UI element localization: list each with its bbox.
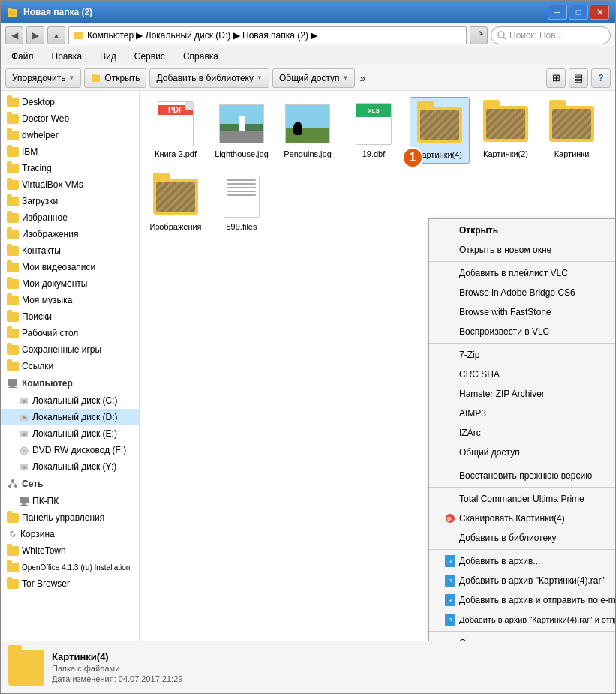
maximize-button[interactable]: □ (569, 5, 588, 20)
sidebar-item-openoffice[interactable]: OpenOffice 4.1.3 (ru) Installation (1, 559, 139, 575)
dbf-green: XLS (356, 104, 391, 117)
sidebar-item-virtualbox[interactable]: VirtualBox VMs (1, 176, 139, 193)
sidebar-section-computer[interactable]: Компьютер (1, 374, 139, 392)
sidebar-item-c[interactable]: Локальный диск (C:) (1, 392, 139, 409)
open-ctx-icon (444, 224, 456, 236)
sidebar-section-network[interactable]: Сеть (1, 475, 139, 493)
ctx-item-vlc-label: Добавить в плейлист VLC (459, 268, 568, 278)
sidebar-item-tracing[interactable]: Tracing (1, 160, 139, 176)
ctx-item-addarchive2[interactable]: R Добавить в архив "Картинки(4).rar" (429, 571, 615, 590)
ctx-item-play-vlc[interactable]: Воспроизвести в VLC (429, 322, 615, 341)
sidebar-item-recycle[interactable]: Корзина (1, 526, 139, 542)
ctx-item-7zip[interactable]: 7-Zip ▶ (429, 345, 615, 365)
ctx-item-share[interactable]: Общий доступ ▶ (429, 443, 615, 462)
sidebar-item-links[interactable]: Ссылки (1, 358, 139, 374)
ctx-item-addarchiveemail2[interactable]: R Добавить в архив "Картинки(4).rar" и о… (429, 610, 615, 629)
sidebar-item-pc[interactable]: ПК-ПК (1, 493, 139, 509)
svg-line-27 (13, 482, 16, 485)
ctx-item-izarc[interactable]: IZArc ▶ (429, 423, 615, 443)
organize-button[interactable]: Упорядочить ▼ (5, 68, 81, 88)
sidebar-item-desktop2[interactable]: Рабочий стол (1, 325, 139, 341)
up-button[interactable]: ▲ (47, 26, 65, 44)
ctx-item-crc[interactable]: CRC SHA ▶ (429, 365, 615, 384)
ctx-item-drweb-scan[interactable]: Dr Сканировать Картинки(4) (429, 509, 615, 528)
sidebar-item-d[interactable]: Локальный диск (D:) (1, 409, 139, 425)
minimize-button[interactable]: ─ (548, 5, 567, 20)
ctx-item-play-vlc-left: Воспроизвести в VLC (444, 326, 549, 338)
sidebar-item-downloads[interactable]: Загрузки (1, 193, 139, 209)
forward-button[interactable]: ▶ (26, 26, 44, 44)
sidebar-item-drweb[interactable]: Doctor Web (1, 110, 139, 127)
sidebar-item-images[interactable]: Изображения (1, 226, 139, 242)
file-item-kartinki[interactable]: Картинки (542, 97, 602, 164)
sidebar-item-y[interactable]: Локальный диск (Y:) (1, 458, 139, 475)
ctx-item-open-left: Открыть (444, 224, 498, 236)
list-view-button[interactable]: ▤ (569, 68, 588, 88)
file-item-dbf[interactable]: XLS 19.dbf (344, 97, 404, 164)
ctx-item-restore-left: Восстановить прежнюю версию (444, 470, 592, 482)
open-button[interactable]: Открыть (84, 68, 146, 88)
ctx-item-vlc[interactable]: Добавить в плейлист VLC (429, 263, 615, 283)
search-box[interactable]: Поиск: Нов... (491, 26, 611, 44)
file-item-599files[interactable]: 599.files (212, 170, 272, 235)
sidebar-item-documents[interactable]: Мои документы (1, 275, 139, 292)
file-thumb-kartinki4 (416, 101, 464, 149)
svg-marker-5 (479, 33, 482, 36)
ctx-item-open-new[interactable]: Открыть в новом окне (429, 240, 615, 260)
file-item-lighthouse[interactable]: Lighthouse.jpg (212, 97, 272, 164)
ctx-item-totalcommander[interactable]: Total Commander Ultima Prime (429, 489, 615, 509)
ctx-item-hamster[interactable]: Hamster ZIP Archiver ▶ (429, 384, 615, 404)
sidebar-item-savedgames[interactable]: Сохраненные игры (1, 341, 139, 358)
sidebar-item-dwhelper[interactable]: dwhelper (1, 127, 139, 143)
close-button[interactable]: ✕ (590, 5, 609, 20)
refresh-button[interactable] (470, 26, 488, 44)
menu-view[interactable]: Вид (95, 50, 121, 63)
file-item-izobrazheniya[interactable]: Изображения (146, 170, 206, 235)
ctx-item-addarchiveemail[interactable]: R Добавить в архив и отправить по e-mail… (429, 590, 615, 610)
back-button[interactable]: ◀ (5, 26, 23, 44)
menu-edit[interactable]: Правка (47, 50, 87, 63)
sidebar-item-videos[interactable]: Мои видеозаписи (1, 259, 139, 275)
help-button[interactable]: ? (591, 68, 611, 88)
grid-view-button[interactable]: ⊞ (546, 68, 566, 88)
sidebar-item-search[interactable]: Поиски (1, 308, 139, 325)
sidebar-item-controlpanel[interactable]: Панель управления (1, 509, 139, 526)
ctx-item-addarchive-left: R Добавить в архив... (444, 555, 540, 567)
ctx-item-send[interactable]: Отправить ▶ (429, 633, 615, 641)
folder-icon (7, 345, 19, 355)
file-item-kartinki2[interactable]: Картинки(2) (476, 97, 536, 164)
ctx-item-faststone[interactable]: Browse with FastStone (429, 302, 615, 322)
sidebar-item-recycle-label: Корзина (20, 529, 55, 539)
address-path[interactable]: Компьютер ▶ Локальный диск (D:) ▶ Новая … (68, 26, 467, 44)
sidebar-item-torbrowser[interactable]: Tor Browser (1, 575, 139, 592)
share-button[interactable]: Общий доступ ▼ (272, 68, 356, 88)
sidebar-item-contacts[interactable]: Контакты (1, 242, 139, 259)
menu-help[interactable]: Справка (179, 50, 223, 63)
menu-file[interactable]: Файл (7, 50, 38, 63)
sidebar-item-e[interactable]: Локальный диск (E:) (1, 425, 139, 442)
folder-icon (7, 147, 19, 157)
file-item-pdf[interactable]: Книга 2.pdf (146, 97, 206, 164)
sidebar-item-ibm[interactable]: IBM (1, 143, 139, 160)
toolbar-more[interactable]: » (359, 72, 365, 84)
7zip-icon (444, 349, 456, 361)
file-item-penguins[interactable]: Penguins.jpg (278, 97, 338, 164)
ctx-item-addarchive[interactable]: R Добавить в архив... (429, 551, 615, 571)
folder-icon (7, 296, 19, 305)
ctx-item-addlibrary[interactable]: Добавить в библиотеку ▶ (429, 528, 615, 548)
ctx-item-addarchive2-label: Добавить в архив "Картинки(4).rar" (459, 575, 605, 586)
sidebar-item-favorites[interactable]: Избранное (1, 209, 139, 226)
refresh-icon (473, 30, 484, 41)
ctx-item-adobe[interactable]: Browse in Adobe Bridge CS6 (429, 283, 615, 302)
add-library-button[interactable]: Добавить в библиотеку ▼ (149, 68, 269, 88)
ctx-item-restore[interactable]: Восстановить прежнюю версию (429, 466, 615, 485)
ctx-item-aimp3[interactable]: AIMP3 ▶ (429, 404, 615, 423)
svg-rect-1 (8, 8, 12, 11)
ctx-item-open[interactable]: Открыть (429, 221, 615, 240)
sidebar-item-whitetown[interactable]: WhiteTown (1, 542, 139, 559)
sidebar-item-f[interactable]: DVD RW дисковод (F:) (1, 442, 139, 458)
content-area: Книга 2.pdf Lighthouse.jpg (140, 91, 615, 641)
menu-service[interactable]: Сервис (130, 50, 170, 63)
sidebar-item-music[interactable]: Моя музыка (1, 292, 139, 308)
sidebar-item-desktop[interactable]: Desktop (1, 94, 139, 110)
